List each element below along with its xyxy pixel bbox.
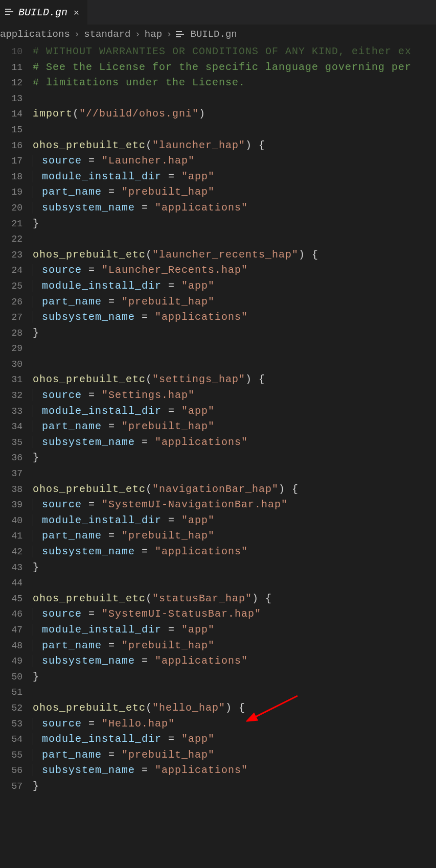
breadcrumb-item[interactable]: standard xyxy=(84,29,130,40)
code-line: import("//build/ohos.gni") xyxy=(33,106,436,122)
code-line: } xyxy=(33,779,436,794)
code-line xyxy=(33,231,436,247)
line-number: 53 xyxy=(0,716,22,732)
line-number: 38 xyxy=(0,482,22,498)
line-number: 50 xyxy=(0,669,22,685)
code-line: ohos_prebuilt_etc("launcher_hap") { xyxy=(33,138,436,154)
code-line: subsystem_name = "applications" xyxy=(33,653,436,669)
code-line: ohos_prebuilt_etc("settings_hap") { xyxy=(33,372,436,388)
code-line: } xyxy=(33,325,436,341)
code-line: subsystem_name = "applications" xyxy=(33,435,436,451)
chevron-right-icon: › xyxy=(134,29,140,40)
code-area[interactable]: # WITHOUT WARRANTIES OR CONDITIONS OF AN… xyxy=(33,44,436,794)
code-line: # See the License for the specific langu… xyxy=(33,60,436,76)
annotation-arrow xyxy=(246,693,303,727)
line-number: 42 xyxy=(0,544,22,560)
line-number-gutter: 1011121314151617181920212223242526272829… xyxy=(0,44,33,794)
line-number: 40 xyxy=(0,513,22,529)
line-number: 25 xyxy=(0,278,22,294)
line-number: 24 xyxy=(0,263,22,278)
code-line: module_install_dir = "app" xyxy=(33,278,436,294)
code-line: module_install_dir = "app" xyxy=(33,622,436,638)
line-number: 47 xyxy=(0,622,22,638)
code-line xyxy=(33,685,436,700)
code-line: subsystem_name = "applications" xyxy=(33,544,436,560)
line-number: 19 xyxy=(0,184,22,200)
code-line: module_install_dir = "app" xyxy=(33,732,436,747)
line-number: 29 xyxy=(0,341,22,357)
code-line: part_name = "prebuilt_hap" xyxy=(33,184,436,200)
line-number: 23 xyxy=(0,247,22,263)
line-number: 44 xyxy=(0,575,22,591)
code-editor[interactable]: 1011121314151617181920212223242526272829… xyxy=(0,44,436,794)
line-number: 48 xyxy=(0,638,22,654)
line-number: 57 xyxy=(0,779,22,794)
file-icon xyxy=(176,29,186,40)
code-line: subsystem_name = "applications" xyxy=(33,200,436,216)
line-number: 26 xyxy=(0,294,22,310)
code-line: part_name = "prebuilt_hap" xyxy=(33,419,436,435)
line-number: 13 xyxy=(0,91,22,107)
code-line: # WITHOUT WARRANTIES OR CONDITIONS OF AN… xyxy=(33,44,436,60)
code-line: source = "Hello.hap" xyxy=(33,716,436,732)
code-line: ohos_prebuilt_etc("hello_hap") { xyxy=(33,700,436,716)
code-line xyxy=(33,357,436,372)
line-number: 22 xyxy=(0,231,22,247)
code-line: # limitations under the License. xyxy=(33,75,436,91)
line-number: 49 xyxy=(0,653,22,669)
line-number: 15 xyxy=(0,122,22,138)
breadcrumb-item[interactable]: BUILD.gn xyxy=(190,29,237,40)
code-line: } xyxy=(33,216,436,232)
code-line: source = "SystemUI-NavigationBar.hap" xyxy=(33,497,436,513)
line-number: 34 xyxy=(0,419,22,435)
line-number: 55 xyxy=(0,747,22,763)
code-line: source = "SystemUI-StatusBar.hap" xyxy=(33,606,436,622)
tab-build-gn[interactable]: BUILD.gn ✕ xyxy=(0,0,87,25)
code-line xyxy=(33,466,436,482)
line-number: 17 xyxy=(0,153,22,169)
svg-line-6 xyxy=(254,696,297,718)
breadcrumb-item[interactable]: hap xyxy=(145,29,162,40)
line-number: 37 xyxy=(0,466,22,482)
code-line: subsystem_name = "applications" xyxy=(33,310,436,325)
code-line xyxy=(33,122,436,138)
line-number: 27 xyxy=(0,310,22,325)
close-icon[interactable]: ✕ xyxy=(73,7,80,18)
line-number: 31 xyxy=(0,372,22,388)
code-line: } xyxy=(33,669,436,685)
code-line: ohos_prebuilt_etc("navigationBar_hap") { xyxy=(33,482,436,498)
code-line: module_install_dir = "app" xyxy=(33,169,436,185)
line-number: 46 xyxy=(0,606,22,622)
line-number: 36 xyxy=(0,450,22,466)
line-number: 20 xyxy=(0,200,22,216)
line-number: 30 xyxy=(0,357,22,372)
line-number: 16 xyxy=(0,138,22,154)
chevron-right-icon: › xyxy=(74,29,80,40)
code-line: subsystem_name = "applications" xyxy=(33,763,436,779)
line-number: 35 xyxy=(0,435,22,451)
line-number: 18 xyxy=(0,169,22,185)
line-number: 39 xyxy=(0,497,22,513)
line-number: 12 xyxy=(0,75,22,91)
code-line: module_install_dir = "app" xyxy=(33,513,436,529)
file-icon xyxy=(5,7,13,18)
code-line: ohos_prebuilt_etc("launcher_recents_hap"… xyxy=(33,247,436,263)
line-number: 10 xyxy=(0,44,22,60)
code-line: module_install_dir = "app" xyxy=(33,404,436,419)
line-number: 56 xyxy=(0,763,22,779)
tab-label: BUILD.gn xyxy=(18,7,67,18)
line-number: 41 xyxy=(0,528,22,544)
line-number: 52 xyxy=(0,700,22,716)
code-line: } xyxy=(33,560,436,576)
code-line: ohos_prebuilt_etc("statusBar_hap") { xyxy=(33,591,436,607)
line-number: 33 xyxy=(0,404,22,419)
breadcrumb: applications › standard › hap › BUILD.gn xyxy=(0,25,436,44)
tab-bar: BUILD.gn ✕ xyxy=(0,0,436,25)
code-line: part_name = "prebuilt_hap" xyxy=(33,528,436,544)
line-number: 54 xyxy=(0,732,22,747)
code-line xyxy=(33,341,436,357)
breadcrumb-item[interactable]: applications xyxy=(0,29,70,40)
code-line xyxy=(33,575,436,591)
chevron-right-icon: › xyxy=(166,29,172,40)
code-line: part_name = "prebuilt_hap" xyxy=(33,747,436,763)
